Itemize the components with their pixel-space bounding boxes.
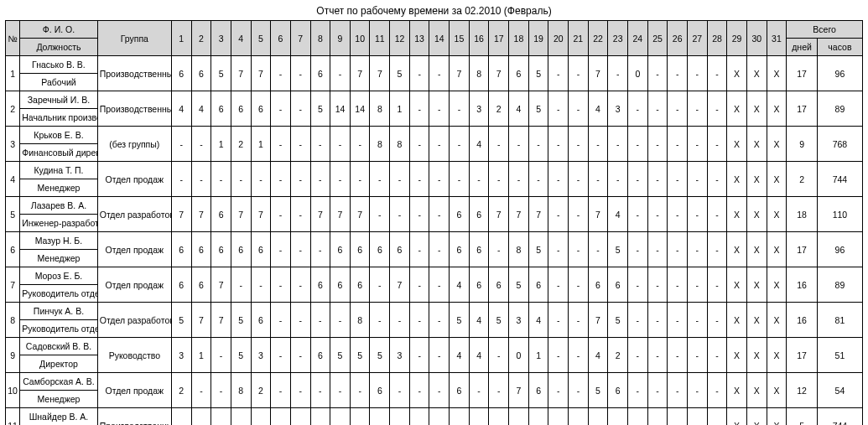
- day-cell: -: [668, 267, 688, 303]
- day-cell: -: [469, 373, 489, 408]
- employee-name: Мазур Н. Б.: [20, 232, 98, 250]
- day-cell: 0: [509, 338, 529, 373]
- day-cell: 6: [528, 373, 548, 408]
- day-cell: 6: [251, 303, 271, 338]
- employee-name: Лазарев В. А.: [20, 197, 98, 215]
- day-cell: -: [469, 162, 489, 197]
- employee-group: Отдел разработок: [97, 303, 171, 338]
- day-cell: 7: [390, 267, 410, 303]
- day-cell: X: [727, 267, 747, 303]
- day-cell: 7: [489, 197, 509, 232]
- hdr-day-2: 2: [191, 21, 211, 56]
- day-cell: -: [687, 162, 707, 197]
- day-cell: -: [290, 408, 310, 426]
- day-cell: -: [370, 162, 390, 197]
- day-cell: -: [290, 127, 310, 162]
- day-cell: 3: [608, 91, 628, 127]
- day-cell: -: [310, 232, 330, 267]
- day-cell: -: [628, 303, 648, 338]
- day-cell: X: [767, 197, 787, 232]
- hdr-day-6: 6: [271, 21, 291, 56]
- day-cell: X: [746, 267, 767, 303]
- employee-position: Инженер-разработчик: [20, 215, 98, 232]
- day-cell: 5: [528, 232, 548, 267]
- day-cell: -: [569, 373, 589, 408]
- hdr-day-11: 11: [370, 21, 390, 56]
- employee-group: Отдел продаж: [97, 162, 171, 197]
- day-cell: 7: [588, 197, 608, 232]
- day-cell: X: [767, 338, 787, 373]
- day-cell: X: [767, 408, 787, 426]
- row-index: 10: [6, 373, 20, 408]
- day-cell: 7: [350, 197, 370, 232]
- day-cell: 5: [330, 338, 351, 373]
- total-hours: 81: [817, 303, 862, 338]
- day-cell: -: [528, 162, 548, 197]
- row-index: 4: [6, 162, 20, 197]
- day-cell: 8: [509, 232, 529, 267]
- day-cell: -: [608, 56, 628, 91]
- day-cell: 5: [588, 373, 608, 408]
- hdr-day-29: 29: [727, 21, 747, 56]
- day-cell: 6: [450, 232, 470, 267]
- hdr-day-15: 15: [450, 21, 470, 56]
- day-cell: -: [290, 91, 310, 127]
- total-hours: 744: [817, 408, 862, 426]
- day-cell: 4: [588, 91, 608, 127]
- employee-position: Финансовый директор: [20, 144, 98, 162]
- total-days: 17: [787, 338, 818, 373]
- day-cell: -: [687, 373, 707, 408]
- day-cell: 5: [231, 303, 251, 338]
- day-cell: 7: [509, 197, 529, 232]
- employee-name: Самборская А. В.: [20, 373, 98, 391]
- day-cell: -: [330, 408, 351, 426]
- day-cell: 4: [509, 91, 529, 127]
- day-cell: -: [687, 127, 707, 162]
- employee-name: Крьков Е. В.: [20, 127, 98, 144]
- total-days: 17: [787, 232, 818, 267]
- day-cell: -: [569, 232, 589, 267]
- employee-group: Отдел продаж: [97, 267, 171, 303]
- day-cell: 6: [608, 267, 628, 303]
- employee-group: (без группы): [97, 127, 171, 162]
- day-cell: X: [767, 56, 787, 91]
- employee-position: Менеджер: [20, 391, 98, 408]
- hdr-day-9: 9: [330, 21, 351, 56]
- day-cell: -: [271, 162, 291, 197]
- row-index: 11: [6, 408, 20, 426]
- total-days: 17: [787, 91, 818, 127]
- day-cell: 2: [489, 91, 509, 127]
- day-cell: 2: [251, 373, 271, 408]
- day-cell: -: [370, 408, 390, 426]
- day-cell: 6: [350, 267, 370, 303]
- employee-name: Пинчук А. В.: [20, 303, 98, 320]
- day-cell: -: [290, 232, 310, 267]
- day-cell: 5: [489, 303, 509, 338]
- day-cell: 5: [509, 267, 529, 303]
- day-cell: -: [409, 338, 429, 373]
- day-cell: -: [628, 91, 648, 127]
- day-cell: 6: [450, 373, 470, 408]
- day-cell: -: [330, 56, 351, 91]
- employee-name: Заречный И. В.: [20, 91, 98, 109]
- day-cell: -: [310, 373, 330, 408]
- day-cell: 4: [469, 303, 489, 338]
- day-cell: -: [231, 408, 251, 426]
- day-cell: -: [390, 408, 410, 426]
- day-cell: -: [350, 127, 370, 162]
- day-cell: -: [429, 232, 450, 267]
- day-cell: -: [647, 197, 668, 232]
- day-cell: -: [647, 303, 668, 338]
- day-cell: X: [727, 373, 747, 408]
- day-cell: X: [746, 303, 767, 338]
- day-cell: 8: [370, 127, 390, 162]
- day-cell: 5: [528, 91, 548, 127]
- total-hours: 768: [817, 127, 862, 162]
- day-cell: -: [548, 303, 569, 338]
- hdr-day-19: 19: [528, 21, 548, 56]
- day-cell: 7: [231, 197, 251, 232]
- day-cell: 7: [211, 267, 231, 303]
- day-cell: 3: [171, 338, 191, 373]
- day-cell: 6: [489, 267, 509, 303]
- row-index: 9: [6, 338, 20, 373]
